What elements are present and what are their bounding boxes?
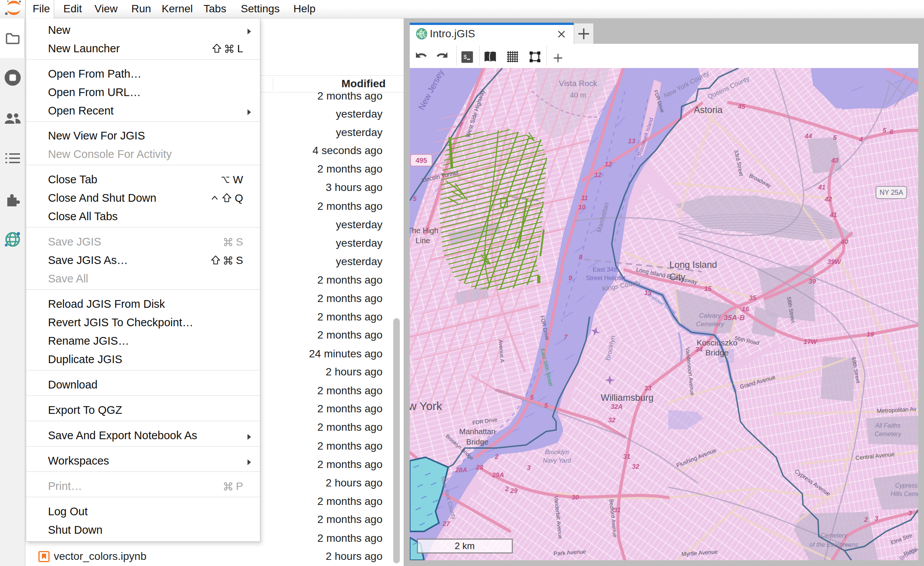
svg-text:34: 34 <box>695 346 703 353</box>
svg-text:495: 495 <box>416 157 427 164</box>
svg-text:35A-B: 35A-B <box>724 314 745 322</box>
svg-text:5: 5 <box>544 402 548 409</box>
svg-text:29: 29 <box>510 487 518 495</box>
svg-text:15: 15 <box>704 285 712 292</box>
svg-text:Long Island: Long Island <box>669 259 717 270</box>
svg-text:Street Heliport: Street Heliport <box>586 275 626 281</box>
svg-text:4: 4 <box>859 136 863 143</box>
svg-text:29A: 29A <box>492 471 504 479</box>
svg-text:of the Evergreens: of the Evergreens <box>810 541 858 548</box>
svg-text:Cypress: Cypress <box>895 482 918 489</box>
svg-text:2: 2 <box>494 453 498 460</box>
svg-text:2: 2 <box>505 485 509 493</box>
svg-text:Cemetery: Cemetery <box>696 320 725 328</box>
svg-text:Brooklyn: Brooklyn <box>545 449 569 455</box>
svg-text:10: 10 <box>578 204 586 211</box>
svg-text:Bridge: Bridge <box>466 438 488 446</box>
svg-text:Bridge: Bridge <box>705 348 729 357</box>
svg-text:19: 19 <box>867 331 874 338</box>
svg-text:5: 5 <box>883 127 886 134</box>
svg-text:Kosciuszko: Kosciuszko <box>697 338 737 347</box>
svg-text:27: 27 <box>442 520 450 528</box>
svg-text:39: 39 <box>809 278 816 285</box>
svg-text:12: 12 <box>594 171 602 179</box>
svg-text:16: 16 <box>742 305 749 313</box>
svg-text:17W: 17W <box>804 338 818 345</box>
svg-text:All Faiths: All Faiths <box>875 422 901 429</box>
svg-text:11: 11 <box>581 194 588 202</box>
svg-text:32: 32 <box>608 417 616 424</box>
svg-text:13: 13 <box>644 289 652 297</box>
svg-text:41: 41 <box>818 184 826 191</box>
svg-text:33: 33 <box>644 385 652 392</box>
svg-text:3: 3 <box>527 464 531 471</box>
svg-text:13: 13 <box>628 138 636 145</box>
svg-text:Navy Yard: Navy Yard <box>543 457 571 464</box>
svg-text:Williamsburg: Williamsburg <box>601 392 653 403</box>
svg-text:30: 30 <box>572 494 579 501</box>
svg-text:7: 7 <box>564 334 568 341</box>
svg-text:Cemetery: Cemetery <box>820 532 847 539</box>
svg-text:Cemetery: Cemetery <box>874 431 901 437</box>
svg-text:6: 6 <box>889 128 893 136</box>
svg-text:Hills Cemet: Hills Cemet <box>891 491 918 497</box>
svg-text:Vista Rock: Vista Rock <box>559 79 597 88</box>
svg-text:40 m: 40 m <box>570 91 586 99</box>
svg-text:2 km: 2 km <box>455 541 475 551</box>
svg-text:9: 9 <box>568 274 572 282</box>
svg-text:41: 41 <box>830 211 837 219</box>
svg-text:7: 7 <box>459 121 463 129</box>
svg-text:32A: 32A <box>611 403 623 410</box>
svg-text:2: 2 <box>864 516 868 523</box>
svg-text:45: 45 <box>738 103 745 110</box>
svg-text:31: 31 <box>623 453 631 460</box>
svg-text:Line: Line <box>416 236 430 245</box>
svg-text:8: 8 <box>579 254 583 261</box>
svg-text:East 34th: East 34th <box>593 266 619 273</box>
svg-text:28A: 28A <box>455 466 467 474</box>
svg-text:42: 42 <box>825 196 832 203</box>
svg-text:5: 5 <box>413 195 417 202</box>
svg-text:31: 31 <box>614 506 621 514</box>
svg-text:35: 35 <box>749 294 757 302</box>
svg-text:NY 25A: NY 25A <box>879 189 903 196</box>
svg-text:Calvary: Calvary <box>699 312 722 319</box>
svg-text:32: 32 <box>632 463 639 470</box>
svg-text:43: 43 <box>831 157 839 164</box>
svg-text:5: 5 <box>833 134 837 141</box>
svg-text:Astoria: Astoria <box>694 105 723 115</box>
svg-text:12: 12 <box>605 161 612 168</box>
svg-text:39W: 39W <box>828 258 842 266</box>
svg-text:Manhattan: Manhattan <box>459 427 496 436</box>
svg-text:3: 3 <box>874 515 878 522</box>
svg-text:The High: The High <box>410 226 439 235</box>
svg-text:5: 5 <box>530 394 534 401</box>
svg-text:w York: w York <box>410 400 442 412</box>
svg-text:44: 44 <box>805 133 812 140</box>
svg-text:$: $ <box>464 53 467 60</box>
svg-text:40: 40 <box>841 238 848 246</box>
svg-text:28: 28 <box>476 464 484 471</box>
svg-text:3: 3 <box>908 510 912 517</box>
